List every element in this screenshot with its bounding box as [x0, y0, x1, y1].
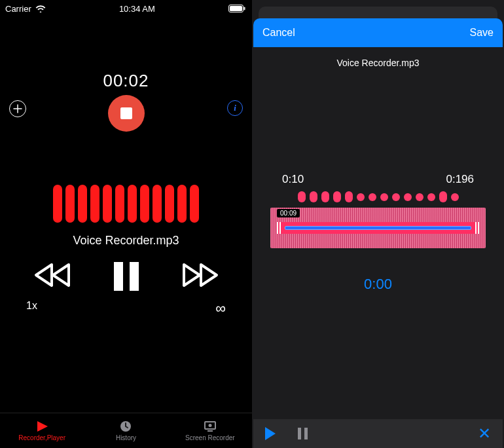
carrier-label: Carrier	[5, 4, 31, 14]
audio-visualizer	[0, 183, 252, 225]
rewind-button[interactable]	[33, 262, 71, 291]
recorder-player-screen: Carrier 10:34 AM 00:02 i Voice Recorder	[0, 0, 252, 448]
svg-rect-1	[230, 6, 242, 11]
battery-icon	[228, 5, 245, 12]
statusbar-time: 10:34 AM	[119, 4, 155, 14]
tab-label: History	[116, 434, 136, 441]
tab-history[interactable]: History	[84, 413, 168, 448]
svg-point-5	[208, 424, 211, 427]
close-button[interactable]: ✕	[478, 424, 491, 443]
play-icon	[35, 420, 49, 433]
amplitude-dots	[253, 191, 503, 202]
trim-start-label: 0:10	[282, 173, 304, 186]
status-bar: Carrier 10:34 AM	[0, 0, 252, 14]
cancel-button[interactable]: Cancel	[262, 27, 295, 39]
trim-handle-left[interactable]	[277, 222, 281, 234]
stop-icon	[120, 107, 132, 119]
plus-icon	[13, 104, 22, 113]
background-sheet-peek	[259, 7, 497, 18]
editor-filename: Voice Recorder.mp3	[253, 58, 503, 68]
clock-icon	[118, 420, 133, 433]
pause-button[interactable]	[114, 262, 139, 291]
pause-button[interactable]	[298, 428, 308, 439]
tab-label: Recorder,Player	[18, 434, 65, 441]
play-button[interactable]	[265, 427, 276, 440]
trim-range-bar[interactable]	[285, 226, 471, 230]
editor-header: Cancel Save	[253, 18, 503, 47]
info-button[interactable]: i	[227, 100, 243, 116]
pause-icon	[298, 428, 301, 439]
tab-screen-recorder[interactable]: Screen Recorder	[168, 413, 252, 448]
rewind-icon	[33, 262, 71, 288]
loop-toggle[interactable]: ∞	[215, 300, 226, 317]
tab-bar: Recorder,Player History Screen Recorder	[0, 413, 252, 448]
trim-handle-right[interactable]	[475, 222, 479, 234]
trim-editor-screen: Cancel Save Voice Recorder.mp3 0:10 0:19…	[252, 0, 504, 448]
playback-speed[interactable]: 1x	[26, 300, 37, 317]
tab-label: Screen Recorder	[185, 434, 235, 441]
current-filename: Voice Recorder.mp3	[0, 234, 252, 248]
save-button[interactable]: Save	[470, 27, 494, 39]
editor-toolbar: ✕	[253, 419, 503, 448]
svg-rect-2	[243, 7, 245, 10]
wifi-icon	[35, 5, 46, 12]
pause-icon	[114, 262, 123, 291]
recording-timer: 00:02	[0, 71, 252, 91]
waveform-trim[interactable]: 00:09	[270, 208, 486, 248]
tab-recorder-player[interactable]: Recorder,Player	[0, 413, 84, 448]
fast-forward-button[interactable]	[181, 262, 219, 291]
trim-end-label: 0:196	[446, 173, 474, 186]
fast-forward-icon	[181, 262, 219, 288]
add-button[interactable]	[9, 100, 26, 117]
trim-selection[interactable]	[277, 222, 479, 234]
position-tooltip: 00:09	[277, 209, 300, 217]
playback-time: 0:00	[253, 276, 503, 293]
stop-record-button[interactable]	[108, 95, 145, 132]
screen-icon	[203, 420, 217, 433]
